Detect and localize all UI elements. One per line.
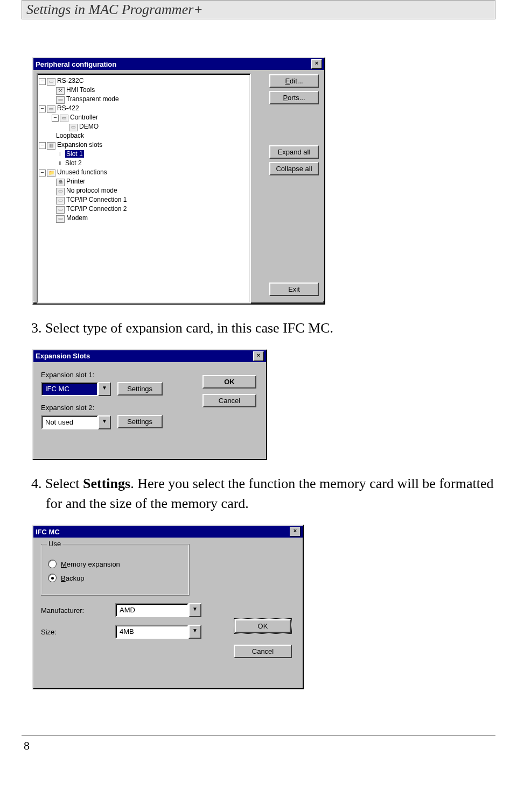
tree-item-loopback[interactable]: Loopback <box>39 131 249 140</box>
tree-item-slot1[interactable]: ⅠSlot 1 <box>39 150 249 159</box>
radio-icon[interactable] <box>48 574 57 582</box>
tree-item-tcp1[interactable]: ▭TCP/IP Connection 1 <box>39 195 249 204</box>
groupbox-legend: Use <box>47 540 62 548</box>
device-icon: ▭ <box>69 124 78 131</box>
printer-icon: 🖶 <box>56 179 65 186</box>
radio-icon[interactable] <box>48 560 57 568</box>
collapse-icon[interactable]: − <box>39 105 46 112</box>
tree-item-rs232c[interactable]: −▭RS-232C <box>39 76 249 86</box>
mode-icon: ▭ <box>56 96 65 104</box>
step-4-text: 4. Select Settings. Here you select the … <box>46 474 495 514</box>
use-groupbox: Use Memory expansion Backup <box>41 544 190 596</box>
manufacturer-combo[interactable]: AMD ▼ <box>115 603 201 617</box>
size-label: Size: <box>41 628 106 636</box>
tree-item-slot2[interactable]: ⅡSlot 2 <box>39 159 249 168</box>
tree-item-hmi[interactable]: ⚒HMI Tools <box>39 86 249 95</box>
tree-item-noproto[interactable]: ▭No protocol mode <box>39 186 249 195</box>
manufacturer-label: Manufacturer: <box>41 606 106 615</box>
collapse-icon[interactable]: − <box>39 142 46 149</box>
ok-button[interactable]: OK <box>235 619 291 633</box>
chevron-down-icon[interactable]: ▼ <box>98 415 111 429</box>
page-header: Settings in MAC Programmer+ <box>22 0 495 19</box>
ifc-mc-window: IFC MC × Use Memory expansion Backup Man… <box>32 525 304 689</box>
size-value: 4MB <box>115 625 188 639</box>
radio-label: Memory expansion <box>61 560 120 568</box>
collapse-icon[interactable]: − <box>39 170 46 176</box>
close-icon[interactable]: × <box>311 59 322 69</box>
close-icon[interactable]: × <box>253 351 264 361</box>
slot2-settings-button[interactable]: Settings <box>117 415 163 428</box>
folder-icon: 📁 <box>47 170 55 177</box>
slot-icon: Ⅰ <box>56 152 64 158</box>
collapse-all-button[interactable]: Collapse all <box>269 162 319 175</box>
expansion-slots-window: Expansion Slots × Expansion slot 1: IFC … <box>32 349 267 460</box>
window-title: IFC MC <box>36 528 60 536</box>
chevron-down-icon[interactable]: ▼ <box>188 603 201 617</box>
titlebar[interactable]: IFC MC × <box>33 526 303 538</box>
slot1-value: IFC MC <box>41 382 98 396</box>
slot1-label: Expansion slot 1: <box>41 371 181 379</box>
footer-rule <box>22 735 495 736</box>
slot2-label: Expansion slot 2: <box>41 404 181 412</box>
ok-focus-ring: OK <box>234 618 292 634</box>
ports-button[interactable]: Ports... <box>269 91 319 104</box>
tool-icon: ⚒ <box>56 87 65 95</box>
peripheral-config-window: Peripheral configuration × −▭RS-232C ⚒HM… <box>32 57 325 305</box>
cancel-button[interactable]: Cancel <box>202 394 256 407</box>
tree-item-demo[interactable]: ▭DEMO <box>39 122 249 131</box>
chevron-down-icon[interactable]: ▼ <box>188 625 201 639</box>
manufacturer-row: Manufacturer: AMD ▼ <box>41 603 295 617</box>
tree-item-unused[interactable]: −📁Unused functions <box>39 168 249 177</box>
window-title: Peripheral configuration <box>36 60 116 68</box>
close-icon[interactable]: × <box>290 527 301 536</box>
step-3-text: 3. Select type of expansion card, in thi… <box>46 318 495 338</box>
port-icon: ▭ <box>47 78 55 86</box>
radio-label: Backup <box>61 574 84 582</box>
slot1-combo[interactable]: IFC MC ▼ <box>41 382 111 396</box>
tree-item-modem[interactable]: ▭Modem <box>39 214 249 223</box>
modem-icon: ▭ <box>56 215 65 223</box>
network-icon: ▭ <box>56 206 65 214</box>
slot1-settings-button[interactable]: Settings <box>117 382 163 396</box>
slots-icon: ▥ <box>47 142 55 150</box>
radio-memory-expansion[interactable]: Memory expansion <box>48 560 183 568</box>
peripheral-tree[interactable]: −▭RS-232C ⚒HMI Tools ▭Transparent mode −… <box>37 73 251 303</box>
tree-item-transparent[interactable]: ▭Transparent mode <box>39 95 249 104</box>
ok-button[interactable]: OK <box>202 375 256 389</box>
network-icon: ▭ <box>56 197 65 204</box>
chevron-down-icon[interactable]: ▼ <box>98 382 111 396</box>
titlebar[interactable]: Expansion Slots × <box>33 350 266 362</box>
manufacturer-value: AMD <box>115 603 188 617</box>
tree-item-controller[interactable]: −▭Controller <box>39 113 249 122</box>
controller-icon: ▭ <box>60 115 68 122</box>
slot2-combo[interactable]: Not used ▼ <box>41 415 111 429</box>
page-number: 8 <box>24 739 517 753</box>
tree-item-expansion-slots[interactable]: −▥Expansion slots <box>39 140 249 150</box>
expand-all-button[interactable]: Expand all <box>269 145 319 159</box>
collapse-icon[interactable]: − <box>39 78 46 85</box>
slot2-value: Not used <box>41 415 98 429</box>
collapse-icon[interactable]: − <box>52 115 59 122</box>
titlebar[interactable]: Peripheral configuration × <box>33 58 324 70</box>
slot-icon: Ⅱ <box>56 161 64 167</box>
cancel-button[interactable]: Cancel <box>234 645 292 658</box>
protocol-icon: ▭ <box>56 188 65 195</box>
tree-item-tcp2[interactable]: ▭TCP/IP Connection 2 <box>39 204 249 214</box>
window-title: Expansion Slots <box>36 352 90 360</box>
port-icon: ▭ <box>47 105 55 113</box>
radio-backup[interactable]: Backup <box>48 574 183 582</box>
exit-button[interactable]: Exit <box>269 283 319 296</box>
tree-item-rs422[interactable]: −▭RS-422 <box>39 104 249 113</box>
edit-button[interactable]: Edit... <box>269 74 319 88</box>
size-combo[interactable]: 4MB ▼ <box>115 625 201 639</box>
tree-item-printer[interactable]: 🖶Printer <box>39 177 249 186</box>
